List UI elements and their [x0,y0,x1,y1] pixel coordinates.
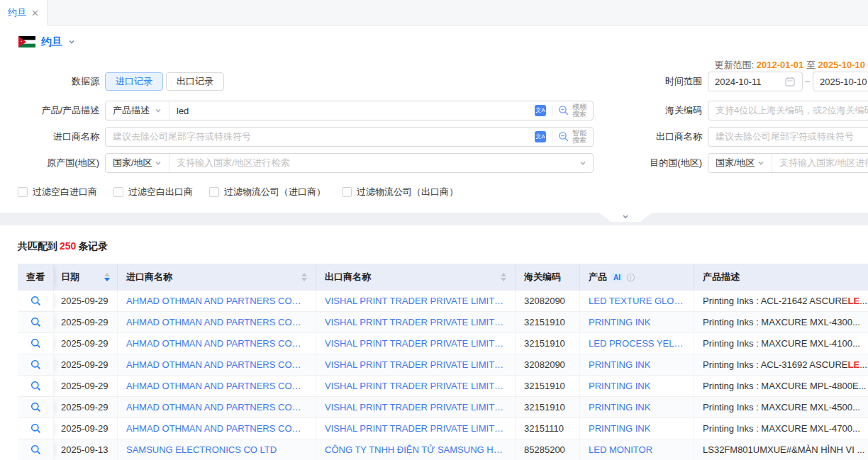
chevron-down-icon [155,107,162,114]
date-cell: 2025-09-29 [54,376,118,396]
exporter-name-input[interactable]: 建议去除公司尾部字符或特殊符号 [708,127,868,147]
checkbox-icon [113,187,123,197]
hs-code-input[interactable]: 支持4位以上海关编码，或2位海关编码加 [708,101,868,120]
view-cell[interactable] [18,354,54,375]
magnifier-icon [30,296,41,306]
header-importer[interactable]: 进口商名称 [118,264,316,291]
close-icon[interactable]: ✕ [31,9,39,18]
checkbox-filter-blank-exporter[interactable]: 过滤空白出口商 [113,186,193,198]
info-icon[interactable] [626,273,635,282]
view-cell[interactable] [18,397,54,417]
header-description: 产品描述 [694,264,868,291]
product-link[interactable]: LED TEXTURE GLOSS ... [589,296,685,306]
importer-link[interactable]: AHMAD OTHMAN AND PARTNERS COMPA... [126,296,307,306]
export-records-button[interactable]: 出口记录 [166,72,224,91]
view-cell[interactable] [18,439,54,460]
date-cell: 2025-09-29 [54,418,118,439]
magnifier-icon [30,444,41,455]
view-cell[interactable] [18,291,54,311]
end-date-input[interactable]: 2025-10-10 [813,72,868,91]
checkbox-filter-blank-importer[interactable]: 过滤空白进口商 [18,186,97,198]
ai-badge: AI [611,273,623,282]
table-row: 2025-09-29 AHMAD OTHMAN AND PARTNERS COM… [18,397,868,418]
sort-icon [501,273,506,281]
destination-country-select[interactable]: 国家/地区 [708,154,772,172]
importer-link[interactable]: AHMAD OTHMAN AND PARTNERS COMPA... [126,338,307,349]
magnifier-icon [30,381,41,391]
translate-icon[interactable]: 文A [535,131,546,142]
importer-link[interactable]: AHMAD OTHMAN AND PARTNERS COMPA... [126,423,307,434]
header-date[interactable]: 日期 [54,264,118,291]
hs-code-cell: 32082090 [516,354,580,375]
exporter-link[interactable]: VISHAL PRINT TRADER PRIVATE LIMITED [325,338,506,349]
origin-country-select[interactable]: 国家/地区 [106,154,169,172]
fuzzy-search-button[interactable]: 模糊搜索 [558,103,586,118]
chevron-down-icon [622,213,629,220]
hs-code-label: 海关编码 [606,101,702,120]
exporter-link[interactable]: VISHAL PRINT TRADER PRIVATE LIMITED [325,423,506,434]
match-count: 共匹配到250条记录 [18,240,108,253]
description-cell: Printing Inks : MAXCURE MXL-4700... [694,418,868,439]
collapse-panel-button[interactable] [599,213,652,222]
product-link[interactable]: LED MONITOR [589,444,652,455]
country-header[interactable]: 约旦 [18,34,75,50]
importer-link[interactable]: AHMAD OTHMAN AND PARTNERS COMPA... [126,381,307,391]
description-cell: LS32FM801UMXUE#&MÀN HÌNH VI ... [694,439,868,460]
checkbox-filter-logistics-exporter[interactable]: 过滤物流公司（出口商） [342,186,458,198]
product-link[interactable]: PRINTING INK [589,423,650,434]
sort-icon [301,273,307,281]
chevron-down-icon [155,159,162,167]
product-link[interactable]: PRINTING INK [589,317,650,327]
smart-search-button[interactable]: 智能搜索 [558,130,586,144]
destination-country-input[interactable]: 支持输入国家/地区进行检索 [772,154,868,172]
zoom-out-search-icon [558,105,569,116]
app-window: 约旦 ✕ 约旦 更新范围: 2012-01-01 至 2025-10-10 数据… [0,0,868,460]
start-date-input[interactable]: 2024-10-11 [708,72,803,91]
table-row: 2025-09-29 AHMAD OTHMAN AND PARTNERS COM… [18,354,868,376]
hs-code-cell: 32151910 [516,312,580,332]
hs-code-cell: 85285200 [516,439,580,460]
product-link[interactable]: PRINTING INK [589,359,650,370]
exporter-link[interactable]: VISHAL PRINT TRADER PRIVATE LIMITED [325,317,506,327]
checkbox-icon [18,187,28,197]
product-link[interactable]: PRINTING INK [589,402,650,413]
checkbox-filter-logistics-importer[interactable]: 过滤物流公司（进口商） [209,186,326,198]
exporter-link[interactable]: VISHAL PRINT TRADER PRIVATE LIMITED [325,381,506,391]
filter-panel: 更新范围: 2012-01-01 至 2025-10-10 数据源 进口记录 出… [0,57,868,213]
importer-link[interactable]: SAMSUNG ELECTRONICS CO LTD [126,444,277,455]
importer-link[interactable]: AHMAD OTHMAN AND PARTNERS COMPA... [126,402,307,413]
date-cell: 2025-09-29 [54,312,118,332]
divider-band [0,213,868,225]
importer-name-input[interactable]: 建议去除公司尾部字符或特殊符号 [106,128,535,146]
description-cell: Printing Inks : MAXCURE MXL-4500... [694,397,868,417]
exporter-link[interactable]: VISHAL PRINT TRADER PRIVATE LIMITED [325,402,506,413]
table-row: 2025-09-29 AHMAD OTHMAN AND PARTNERS COM… [18,376,868,397]
header-exporter[interactable]: 出口商名称 [316,264,516,291]
product-link[interactable]: LED PROCESS YELLOW... [589,338,685,349]
chevron-down-icon [757,159,764,167]
exporter-link[interactable]: VISHAL PRINT TRADER PRIVATE LIMITED [325,359,506,370]
date-cell: 2025-09-13 [54,439,118,460]
data-source-toggle: 进口记录 出口记录 [105,72,224,91]
translate-icon[interactable]: 文A [535,105,546,116]
update-range-start: 2012-01-01 [757,60,804,70]
product-search-input[interactable]: led [169,101,535,120]
date-cell: 2025-09-29 [54,354,118,375]
importer-link[interactable]: AHMAD OTHMAN AND PARTNERS COMPA... [126,317,307,327]
description-cell: Printing Inks : MAXCURE MXL-4300... [694,312,868,332]
chevron-down-icon [579,159,586,167]
product-type-select[interactable]: 产品描述 [106,101,169,120]
exporter-link[interactable]: CÔNG TY TNHH ĐIỆN TỬ SAMSUNG HCMC... [325,444,506,455]
view-cell[interactable] [18,376,54,396]
magnifier-icon [30,423,41,434]
view-cell[interactable] [18,418,54,439]
view-cell[interactable] [18,333,54,354]
date-cell: 2025-09-29 [54,291,118,311]
tab-jordan[interactable]: 约旦 ✕ [0,0,48,26]
origin-country-input[interactable]: 支持输入国家/地区进行检索 [169,154,579,172]
exporter-link[interactable]: VISHAL PRINT TRADER PRIVATE LIMITED [325,296,506,306]
importer-link[interactable]: AHMAD OTHMAN AND PARTNERS COMPA... [126,359,307,370]
import-records-button[interactable]: 进口记录 [105,72,163,91]
view-cell[interactable] [18,312,54,332]
product-link[interactable]: PRINTING INK [589,381,650,391]
